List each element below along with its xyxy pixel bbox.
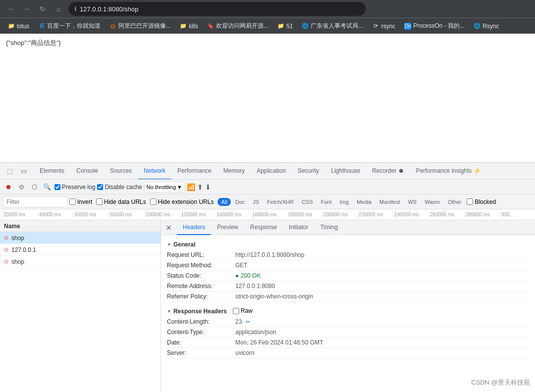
search-button[interactable]: 🔍 (42, 182, 53, 193)
server-row: Server: uvicorn (167, 348, 529, 358)
tab-performance[interactable]: Performance (171, 163, 217, 180)
disable-cache-group[interactable]: Disable cache (97, 184, 142, 191)
bookmark-baidu[interactable]: 百 百度一下，你就知道 (34, 20, 105, 32)
filter-fetch-button[interactable]: Fetch/XHR (264, 198, 297, 206)
bookmark-k8s[interactable]: 📁 k8s (176, 21, 202, 32)
address-bar[interactable]: ℹ 127.0.0.1:8080/shop (68, 2, 366, 16)
timeline-bar: 20000 ms 40000 ms 60000 ms 80000 ms 1000… (0, 209, 535, 220)
bookmark-rsync2[interactable]: 🌐 Rsync (470, 21, 503, 32)
list-item-shop1[interactable]: ⊙ shop (0, 232, 160, 244)
date-value: Mon, 26 Feb 2024 01:48:50 GMT (235, 339, 529, 346)
record-button[interactable]: ⏺ (3, 182, 14, 193)
hide-extension-urls-group[interactable]: Hide extension URLs (150, 198, 214, 205)
bookmark-alibaba[interactable]: ⊖ 阿里巴巴开源镜像... (106, 20, 175, 32)
filter-doc-button[interactable]: Doc (232, 198, 249, 206)
preserve-log-checkbox[interactable] (54, 184, 60, 190)
bookmark-guangdong[interactable]: 🌐 广东省人事考试局... (298, 20, 367, 32)
disable-cache-checkbox[interactable] (97, 184, 103, 190)
reload-button[interactable]: ↻ (36, 2, 50, 16)
inspect-icon[interactable]: ⬚ (4, 165, 16, 177)
detail-tab-response[interactable]: Response (244, 220, 283, 235)
request-url-label: Request URL: (167, 251, 231, 258)
filter-img-button[interactable]: Img (336, 198, 352, 206)
filter-types: All Doc JS Fetch/XHR CSS Font Img Media … (217, 198, 465, 206)
home-button[interactable]: ⌂ (52, 2, 65, 16)
preserve-log-label: Preserve log (62, 184, 95, 191)
filter-all-button[interactable]: All (217, 198, 230, 206)
back-button[interactable]: ← (4, 2, 18, 16)
netease-icon: 🔖 (207, 23, 214, 30)
request-error-icon: ⊙ (4, 235, 8, 241)
tl-label-6: 120000 ms (180, 212, 215, 217)
tab-network[interactable]: Network (138, 163, 171, 180)
tl-label-11: 220000 ms (357, 212, 393, 217)
tab-security[interactable]: Security (292, 163, 325, 180)
device-icon[interactable]: ▭ (18, 165, 30, 177)
content-length-value: 23 ✏ (235, 318, 529, 325)
filter-button[interactable]: ⬡ (29, 182, 40, 193)
wifi-icon[interactable]: 📶 (187, 183, 195, 191)
blocked-checkbox[interactable] (467, 198, 473, 205)
blocked-group[interactable]: Blocked (467, 198, 496, 205)
remote-address-row: Remote Address: 127.0.0.1:8080 (167, 281, 529, 292)
edit-icon[interactable]: ✏ (246, 319, 250, 325)
detail-content: General Request URL: http://127.0.0.1:80… (161, 235, 535, 392)
filter-input[interactable] (3, 196, 67, 207)
detail-tab-headers[interactable]: Headers (177, 220, 211, 235)
clear-button[interactable]: ⊘ (16, 182, 27, 193)
filter-js-button[interactable]: JS (249, 198, 263, 206)
tab-elements[interactable]: Elements (34, 163, 70, 180)
filter-media-button[interactable]: Media (353, 198, 375, 206)
bookmark-rsync[interactable]: ⟳ rsync (368, 21, 399, 32)
hide-data-urls-checkbox[interactable] (96, 198, 103, 205)
folder-icon: 📁 (180, 23, 187, 30)
detail-tab-preview[interactable]: Preview (211, 220, 244, 235)
preserve-log-group[interactable]: Preserve log (54, 184, 95, 191)
network-toolbar: ⏺ ⊘ ⬡ 🔍 Preserve log Disable cache No th… (0, 180, 535, 195)
tab-application[interactable]: Application (251, 163, 292, 180)
tl-label-3: 60000 ms (73, 212, 108, 217)
filter-font-button[interactable]: Font (318, 198, 335, 206)
network-body: Name ⊙ shop ⊙ 127.0.0.1 ⊙ shop ✕ Headers (0, 220, 535, 392)
nav-buttons: ← → ↻ ⌂ (4, 2, 65, 16)
detail-close-button[interactable]: ✕ (163, 222, 175, 234)
filter-other-button[interactable]: Other (444, 198, 465, 206)
hide-data-urls-group[interactable]: Hide data URLs (96, 198, 146, 205)
filter-wasm-button[interactable]: Wasm (421, 198, 443, 206)
raw-checkbox-group[interactable]: Raw (233, 307, 253, 314)
list-item-ip[interactable]: ⊙ 127.0.0.1 (0, 244, 160, 256)
bookmark-processon[interactable]: On ProcessOn - 我的... (400, 20, 469, 32)
filter-ws-button[interactable]: WS (404, 198, 420, 206)
processon-icon: On (404, 23, 411, 30)
bookmarks-bar: 📁 lotus 百 百度一下，你就知道 ⊖ 阿里巴巴开源镜像... 📁 k8s … (0, 18, 535, 34)
forward-button[interactable]: → (20, 2, 34, 16)
raw-checkbox[interactable] (233, 308, 239, 314)
tab-recorder[interactable]: Recorder ⏺ (366, 163, 410, 180)
download-icon[interactable]: ⬇ (205, 183, 211, 191)
bookmark-netease[interactable]: 🔖 欢迎访问网易开源... (203, 20, 272, 32)
status-code-value: ● 200 OK (235, 272, 529, 279)
filter-manifest-button[interactable]: Manifest (376, 198, 404, 206)
disable-cache-label: Disable cache (105, 184, 142, 191)
devtools-tabs-bar: ⬚ ▭ Elements Console Sources Network Per… (0, 163, 535, 180)
list-item-shop2[interactable]: ⊙ shop (0, 256, 160, 268)
tab-lighthouse[interactable]: Lighthouse (325, 163, 366, 180)
filter-css-button[interactable]: CSS (298, 198, 317, 206)
invert-group[interactable]: Invert (69, 198, 92, 205)
page-content: {"shop":"商品信息"} (0, 34, 535, 162)
tab-performance-insights[interactable]: Performance insights ⚡ (410, 163, 487, 180)
detail-tab-timing[interactable]: Timing (314, 220, 344, 235)
detail-tab-initiator[interactable]: Initiator (283, 220, 314, 235)
invert-checkbox[interactable] (69, 198, 76, 205)
tab-console[interactable]: Console (70, 163, 104, 180)
tab-sources[interactable]: Sources (104, 163, 138, 180)
tab-memory[interactable]: Memory (217, 163, 251, 180)
throttle-arrow-icon: ▼ (177, 184, 182, 190)
upload-icon[interactable]: ⬆ (197, 183, 203, 191)
web-icon: 🌐 (302, 23, 309, 30)
request-url-value: http://127.0.0.1:8080/shop (235, 251, 529, 258)
bookmark-51[interactable]: 📁 51 (273, 21, 297, 32)
hide-extension-checkbox[interactable] (150, 198, 157, 205)
throttle-select[interactable]: No throttling ▼ (144, 182, 185, 193)
bookmark-lotus[interactable]: 📁 lotus (4, 21, 33, 32)
